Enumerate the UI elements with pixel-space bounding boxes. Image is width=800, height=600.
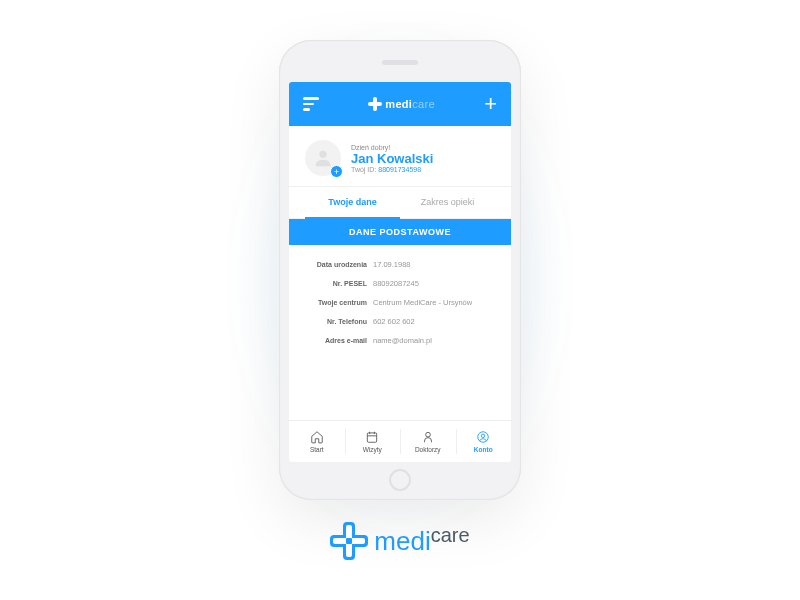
nav-wizyty[interactable]: Wizyty [345,421,401,462]
data-row: Nr. Telefonu 602 602 602 [305,312,495,331]
section-header: DANE PODSTAWOWE [289,219,511,245]
data-row: Data urodzenia 17.09.1988 [305,255,495,274]
logo-text-care: care [412,98,435,110]
row-value: Centrum MediCare - Ursynów [373,298,472,307]
greeting-text: Dzień dobry! [351,144,433,151]
avatar-add-icon[interactable]: + [330,165,343,178]
tab-zakres-opieki[interactable]: Zakres opieki [400,187,495,218]
row-label: Nr. Telefonu [305,318,373,325]
svg-point-4 [482,434,486,438]
row-label: Data urodzenia [305,261,373,268]
account-icon [476,430,490,444]
menu-icon[interactable] [303,97,319,111]
tab-twoje-dane[interactable]: Twoje dane [305,187,400,219]
data-rows: Data urodzenia 17.09.1988 Nr. PESEL 8809… [289,245,511,360]
profile-section: + Dzień dobry! Jan Kowalski Twój ID: 880… [289,126,511,187]
row-value: 602 602 602 [373,317,415,326]
svg-rect-1 [368,433,377,442]
row-label: Twoje centrum [305,299,373,306]
bottom-nav: Start Wizyty Doktorzy Konto [289,420,511,462]
phone-frame: medicare + + Dzień dobry! Jan Kowalski T… [279,40,521,500]
brand-plus-icon [330,522,368,560]
row-value: 88092087245 [373,279,419,288]
svg-point-2 [425,432,430,437]
brand-medi: medi [374,526,430,556]
brand-logo: medicare [330,522,469,560]
add-icon[interactable]: + [484,93,497,115]
nav-label: Doktorzy [415,446,441,453]
nav-doktorzy[interactable]: Doktorzy [400,421,456,462]
calendar-icon [365,430,379,444]
screen: medicare + + Dzień dobry! Jan Kowalski T… [289,82,511,462]
row-label: Adres e-mail [305,337,373,344]
doctor-icon [421,430,435,444]
home-button[interactable] [389,469,411,491]
nav-label: Konto [474,446,493,453]
data-row: Adres e-mail name@domain.pl [305,331,495,350]
row-value: 17.09.1988 [373,260,411,269]
header-logo: medicare [368,97,434,111]
data-row: Twoje centrum Centrum MediCare - Ursynów [305,293,495,312]
id-label: Twój ID: [351,166,376,173]
home-icon [310,430,324,444]
plus-icon [368,97,382,111]
nav-label: Start [310,446,324,453]
nav-konto[interactable]: Konto [456,421,512,462]
app-header: medicare + [289,82,511,126]
nav-label: Wizyty [363,446,382,453]
row-value: name@domain.pl [373,336,432,345]
row-label: Nr. PESEL [305,280,373,287]
nav-start[interactable]: Start [289,421,345,462]
phone-speaker [382,60,418,65]
id-value: 88091734598 [378,166,421,173]
tabs: Twoje dane Zakres opieki [289,187,511,219]
data-row: Nr. PESEL 88092087245 [305,274,495,293]
brand-care: care [431,524,470,546]
user-name: Jan Kowalski [351,151,433,166]
logo-text-medi: medi [385,98,412,110]
svg-point-0 [319,151,326,158]
